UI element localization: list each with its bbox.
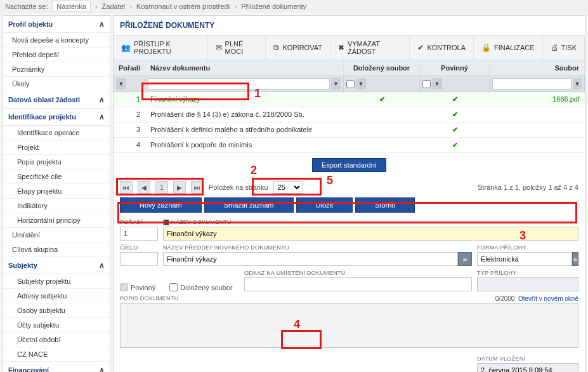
cislo-label: ČÍSLO xyxy=(120,244,158,252)
export-button[interactable]: Export standardní xyxy=(312,158,386,172)
nazev-label: NÁZEV DOKUMENTU xyxy=(163,219,578,227)
check-icon: ✔ xyxy=(417,43,424,52)
list-picker-icon[interactable]: ≡ xyxy=(572,252,578,266)
chevron-up-icon: ∧ xyxy=(99,95,105,104)
crumb[interactable]: Nástěnka xyxy=(52,1,90,12)
table-row[interactable]: 2Prohlášení dle § 14 (3) e) zákona č. 21… xyxy=(114,107,585,123)
col-soubor[interactable]: Soubor xyxy=(490,60,585,76)
filter-povinny[interactable] xyxy=(422,80,431,88)
page-size-select[interactable]: 25 xyxy=(273,181,303,194)
nazev-input[interactable] xyxy=(163,227,578,241)
sb-item[interactable]: Subjekty projektu xyxy=(3,274,110,289)
povinny-label: Povinný xyxy=(131,284,155,291)
forma-input[interactable] xyxy=(477,252,572,266)
tool-kopirovat[interactable]: ⧉KOPÍROVAT xyxy=(266,36,330,60)
sb-item[interactable]: Specifické cíle xyxy=(3,169,110,184)
sb-item[interactable]: Poznámky xyxy=(3,62,110,77)
lock-icon: 🔒 xyxy=(481,43,491,52)
tool-plnemoci[interactable]: ✉PLNÉ MOCI xyxy=(208,36,266,60)
cislo-input[interactable] xyxy=(120,252,158,266)
odkaz-label: ODKAZ NA UMÍSTĚNÍ DOKUMENTU xyxy=(244,270,472,277)
tool-kontrola[interactable]: ✔KONTROLA xyxy=(410,36,474,60)
col-dolozeny[interactable]: Doložený soubor xyxy=(344,60,420,76)
sb-datova-oblast[interactable]: Datová oblast žádosti∧ xyxy=(3,91,110,109)
sb-item[interactable]: Umístění xyxy=(3,228,110,242)
typ-input xyxy=(477,277,578,291)
list-picker-icon[interactable]: ≡ xyxy=(458,252,472,266)
panel-title: PŘILOŽENÉ DOKUMENTY xyxy=(114,16,585,36)
filter-icon[interactable]: ▼ xyxy=(356,78,366,90)
tool-vymazat[interactable]: ✖VYMAZAT ŽÁDOST xyxy=(330,36,410,60)
sb-item[interactable]: Nová depeše a koncepty xyxy=(3,33,110,48)
forma-label: FORMA PŘÍLOHY xyxy=(477,244,578,252)
pager-next[interactable]: ▶ xyxy=(173,181,186,194)
col-poradi[interactable]: Pořadí xyxy=(114,60,145,76)
ulozit-button[interactable]: Uložit xyxy=(296,197,353,213)
typ-label: TYP PŘÍLOHY xyxy=(477,270,578,277)
dolozeny-checkbox[interactable] xyxy=(169,283,178,291)
toolbar: 👥PŘÍSTUP K PROJEKTU ✉PLNÉ MOCI ⧉KOPÍROVA… xyxy=(114,36,585,60)
filter-icon[interactable]: ▼ xyxy=(331,78,341,90)
pager-prev[interactable]: ◀ xyxy=(138,181,150,194)
sb-item[interactable]: Účty subjektu xyxy=(3,318,110,333)
sb-item[interactable]: CZ NACE xyxy=(3,347,110,362)
tool-pristup[interactable]: 👥PŘÍSTUP K PROJEKTU xyxy=(114,36,208,60)
sb-item[interactable]: Osoby subjektu xyxy=(3,303,110,318)
popis-textarea[interactable] xyxy=(120,303,578,348)
storno-button[interactable]: Storno xyxy=(355,197,415,213)
print-icon: 🖨 xyxy=(551,43,558,52)
table-row[interactable]: 4Prohlášení k podpoře de minimis✔ xyxy=(114,138,585,153)
documents-grid: Pořadí Název dokumentu Doložený soubor P… xyxy=(114,60,585,153)
sb-item[interactable]: Identifikace operace xyxy=(3,126,110,140)
sb-item[interactable]: Indikátory xyxy=(3,199,110,213)
filter-soubor[interactable] xyxy=(492,78,572,90)
odkaz-input[interactable] xyxy=(244,277,472,291)
poradi-input[interactable] xyxy=(120,227,158,241)
filter-icon[interactable]: ▼ xyxy=(116,78,126,90)
filter-dolozeny[interactable] xyxy=(346,80,355,88)
table-row[interactable]: 1Finanční výkazy✔✔1666.pdf xyxy=(114,92,585,107)
sb-item[interactable]: Účetní období xyxy=(3,333,110,347)
sb-item[interactable]: Adresy subjektu xyxy=(3,289,110,303)
sb-item[interactable]: Projekt xyxy=(3,140,110,155)
tool-tisk[interactable]: 🖨TISK xyxy=(543,36,585,60)
sb-item[interactable]: Popis projektu xyxy=(3,155,110,169)
pager-summary: Stránka 1 z 1, položky 1 až 4 z 4 xyxy=(478,183,578,191)
smazat-zaznam-button[interactable]: Smazat záznam xyxy=(204,197,294,213)
preddef-input[interactable] xyxy=(163,252,458,266)
mail-icon: ✉ xyxy=(216,43,222,52)
people-icon: 👥 xyxy=(121,43,131,52)
delete-icon: ✖ xyxy=(338,43,344,52)
pager-current[interactable]: 1 xyxy=(155,181,168,194)
filter-icon[interactable]: ▼ xyxy=(432,78,442,90)
pager-last[interactable]: ⏭ xyxy=(191,181,204,194)
sb-profil-objektu[interactable]: Profil objektu∧ xyxy=(3,16,110,33)
datum-input xyxy=(477,363,578,372)
sb-subjekty[interactable]: Subjekty∧ xyxy=(3,257,110,274)
sb-item[interactable]: Cílová skupina xyxy=(3,242,110,257)
col-nazev[interactable]: Název dokumentu xyxy=(145,60,344,76)
sb-item[interactable]: Etapy projektu xyxy=(3,184,110,199)
char-counter: 0/2000 xyxy=(495,295,515,302)
col-povinny[interactable]: Povinný xyxy=(420,60,490,76)
sb-item[interactable]: Přehled depeší xyxy=(3,48,110,62)
dolozeny-label: Doložený soubor xyxy=(180,284,233,291)
novy-zaznam-button[interactable]: Nový záznam xyxy=(120,197,202,213)
sb-identifikace[interactable]: Identifikace projektu∧ xyxy=(3,109,110,126)
tool-finalizace[interactable]: 🔒FINALIZACE xyxy=(474,36,543,60)
filter-nazev[interactable] xyxy=(148,78,330,90)
sb-financovani[interactable]: Financování∧ xyxy=(3,362,110,372)
crumb[interactable]: Kosmonaut v ostrém prostředí xyxy=(136,3,230,10)
sb-item[interactable]: Horizontální principy xyxy=(3,213,110,228)
chevron-up-icon: ∧ xyxy=(99,261,105,270)
sb-item[interactable]: Úkoly xyxy=(3,77,110,91)
crumb[interactable]: Přiložené dokumenty xyxy=(241,3,306,10)
pager-first[interactable]: ⏮ xyxy=(120,181,133,194)
chevron-up-icon: ∧ xyxy=(99,366,105,372)
sidebar: Profil objektu∧ Nová depeše a koncepty P… xyxy=(3,15,110,372)
filter-icon[interactable]: ▼ xyxy=(573,78,582,90)
poradi-label: POŘADÍ xyxy=(120,219,158,227)
crumb[interactable]: Žadatel xyxy=(102,3,126,10)
open-new-window-link[interactable]: Otevřít v novém okně xyxy=(518,295,578,302)
table-row[interactable]: 3Prohlášení k definici malého a středníh… xyxy=(114,123,585,138)
